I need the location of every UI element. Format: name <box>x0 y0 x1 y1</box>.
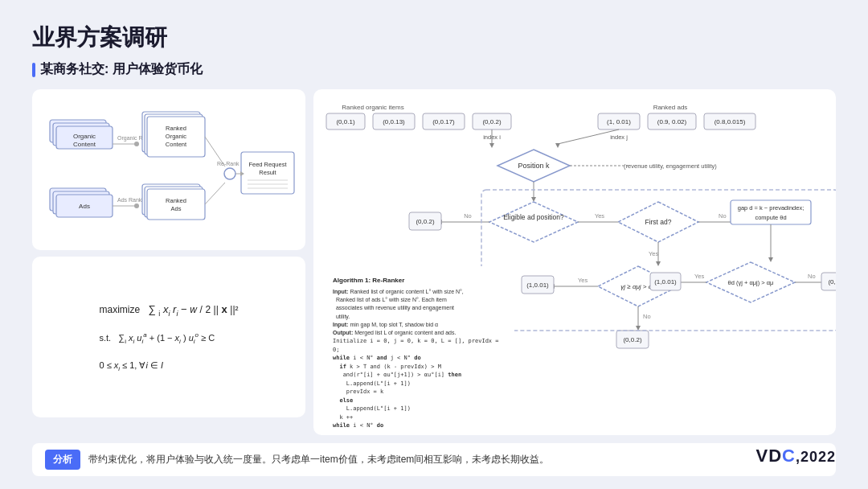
flow-svg: Organic Content Organic Ranking Ranked O… <box>42 96 296 244</box>
svg-text:No: No <box>643 313 651 320</box>
svg-text:Yes: Yes <box>595 212 604 220</box>
svg-text:(0,0.17): (0,0.17) <box>432 118 455 125</box>
svg-text:(1,0.01): (1,0.01) <box>654 278 677 286</box>
svg-text:Ranked: Ranked <box>166 197 186 204</box>
svg-marker-66 <box>489 202 578 242</box>
analysis-text: 带约束优化，将用户体验与收入统一度量。只考虑单一item价值，未考虑item间相… <box>88 453 549 466</box>
svg-rect-23 <box>147 189 205 220</box>
svg-text:Ads: Ads <box>79 203 90 210</box>
algorithm-code: Initialize i = 0, j = 0, k = 0, L = [], … <box>333 337 503 427</box>
svg-point-28 <box>224 168 235 179</box>
content-area: Organic Content Organic Ranking Ranked O… <box>32 89 836 435</box>
svg-line-27 <box>205 183 225 204</box>
svg-marker-59 <box>555 143 560 148</box>
svg-text:Re-Rank: Re-Rank <box>217 161 240 166</box>
svg-marker-56 <box>489 143 494 148</box>
svg-text:Yes: Yes <box>649 250 658 257</box>
math-algo-row: maximize ∑ i xi ri − w / 2 || x ||² <box>32 257 305 434</box>
svg-text:(0,0.2): (0,0.2) <box>482 118 501 125</box>
svg-marker-90 <box>768 257 773 262</box>
svg-text:Yes: Yes <box>694 273 704 280</box>
vdc-logo-year: ,2022 <box>796 449 836 465</box>
algorithm-title: Algorithm 1: Re-Ranker <box>333 276 503 285</box>
left-column: Organic Content Organic Ranking Ranked O… <box>32 89 305 435</box>
vdc-logo-c: C <box>782 446 796 466</box>
page: 业界方案调研 某商务社交: 用户体验货币化 Organic Content Or… <box>0 0 868 489</box>
flow-diagram: Organic Content Organic Ranking Ranked O… <box>32 89 305 250</box>
svg-text:Yes: Yes <box>578 277 588 284</box>
algorithm-box: Algorithm 1: Re-Ranker Input: Ranked lis… <box>321 266 514 427</box>
svg-text:Eligible ad position?: Eligible ad position? <box>503 213 564 221</box>
svg-text:Ranked ads: Ranked ads <box>653 104 688 111</box>
main-title: 业界方案调研 <box>32 23 836 53</box>
svg-text:gap d = k − prevadindex;: gap d = k − prevadindex; <box>738 204 805 212</box>
svg-text:(1,0.01): (1,0.01) <box>526 281 549 289</box>
svg-text:(revenue utility, engagement u: (revenue utility, engagement utility) <box>624 162 717 170</box>
svg-text:No: No <box>719 212 727 220</box>
svg-text:compute θd: compute θd <box>755 214 786 221</box>
svg-text:(0,0.2): (0,0.2) <box>416 218 434 225</box>
analysis-badge: 分析 <box>45 450 80 470</box>
vdc-logo: VDC,2022 <box>756 446 837 466</box>
algorithm-text: Input: Ranked list of organic content L°… <box>333 288 503 427</box>
math-box: maximize ∑ i xi ri − w / 2 || x ||² <box>32 257 305 417</box>
svg-point-20 <box>134 203 139 208</box>
sub-title-text: 某商务社交: 用户体验货币化 <box>40 61 203 78</box>
svg-text:Ranked: Ranked <box>166 125 186 132</box>
svg-text:Ranked organic items: Ranked organic items <box>342 104 403 111</box>
svg-text:Content: Content <box>166 141 187 148</box>
svg-text:(0,0.13): (0,0.13) <box>383 118 405 125</box>
svg-text:Organic: Organic <box>73 133 96 140</box>
svg-text:Position k: Position k <box>518 162 550 170</box>
svg-text:Result: Result <box>259 169 276 176</box>
svg-text:Content: Content <box>73 141 96 148</box>
svg-text:(0.9, 0.02): (0.9, 0.02) <box>657 118 687 125</box>
svg-text:θd (γj + αμj) > αμ: θd (γj + αμj) > αμ <box>728 279 774 286</box>
svg-text:Ads: Ads <box>171 205 182 212</box>
svg-text:Organic: Organic <box>166 133 187 140</box>
svg-text:First ad?: First ad? <box>645 218 671 226</box>
svg-text:Feed Request: Feed Request <box>248 161 287 168</box>
svg-text:(1, 0.01): (1, 0.01) <box>607 118 631 125</box>
right-flowchart: Ranked organic items (0,0.1) (0,0.13) (0… <box>313 89 836 435</box>
title-bar-icon <box>32 63 35 77</box>
svg-text:(0,0.2): (0,0.2) <box>623 336 641 343</box>
svg-text:index j: index j <box>610 134 628 141</box>
sub-title: 某商务社交: 用户体验货币化 <box>32 61 836 78</box>
math-content: maximize ∑ i xi ri − w / 2 || x ||² <box>99 298 238 376</box>
svg-point-7 <box>134 142 139 146</box>
bottom-bar: 分析 带约束优化，将用户体验与收入统一度量。只考虑单一item价值，未考虑ite… <box>32 443 836 476</box>
svg-text:(0.8,0.015): (0.8,0.015) <box>714 118 746 125</box>
svg-marker-79 <box>656 261 661 266</box>
svg-marker-65 <box>531 197 536 202</box>
svg-marker-95 <box>636 326 641 331</box>
vdc-logo-vd: VD <box>756 446 783 466</box>
svg-text:No: No <box>464 212 472 220</box>
svg-text:(0,0.2): (0,0.2) <box>828 278 836 286</box>
svg-text:No: No <box>808 273 816 280</box>
svg-text:(0,0.1): (0,0.1) <box>336 118 354 125</box>
